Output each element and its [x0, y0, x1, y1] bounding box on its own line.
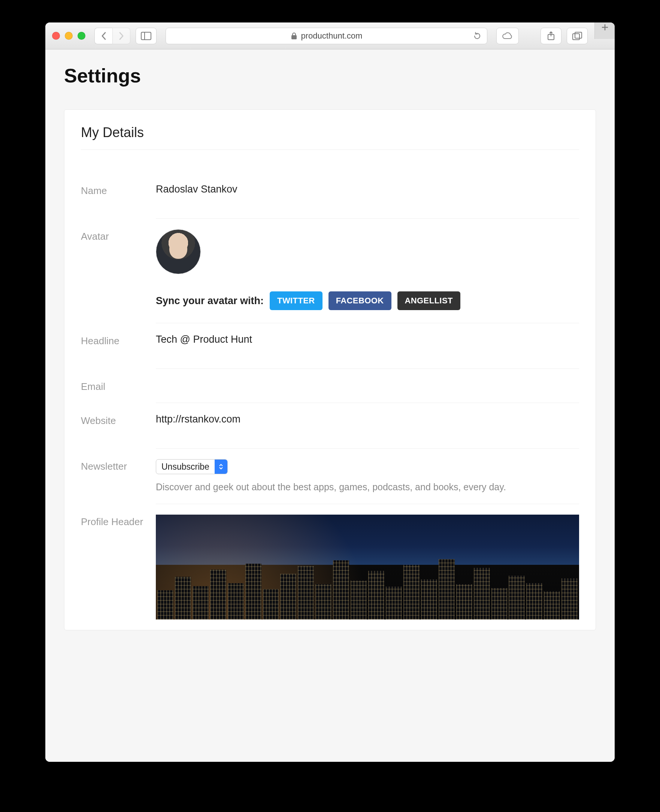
label-headline: Headline [81, 334, 156, 347]
settings-card: My Details Name Radoslav Stankov Avatar … [64, 109, 596, 630]
newsletter-select[interactable]: Unsubscribe [156, 459, 228, 474]
page-content: Settings My Details Name Radoslav Stanko… [45, 49, 615, 762]
newsletter-field: Unsubscribe Discover and geek out about … [156, 459, 579, 504]
row-headline: Headline Tech @ Product Hunt [81, 334, 579, 369]
svg-rect-5 [573, 34, 579, 40]
sync-facebook-button[interactable]: FACEBOOK [328, 292, 392, 310]
url-domain: producthunt.com [301, 31, 363, 41]
reload-icon[interactable] [473, 32, 482, 40]
label-newsletter: Newsletter [81, 459, 156, 472]
sidebar-toggle-button[interactable] [136, 28, 157, 44]
label-profile-header: Profile Header [81, 515, 156, 528]
svg-rect-6 [575, 32, 582, 38]
browser-titlebar: producthunt.com [45, 22, 615, 49]
svg-rect-0 [141, 32, 151, 40]
label-website: Website [81, 414, 156, 427]
nav-buttons-group [94, 28, 130, 44]
lock-icon [291, 32, 297, 40]
sync-line: Sync your avatar with: TWITTER FACEBOOK … [156, 292, 579, 310]
label-email: Email [81, 379, 156, 393]
traffic-lights [52, 32, 86, 40]
row-newsletter: Newsletter Unsubscribe Discover and geek… [81, 459, 579, 504]
name-field[interactable]: Radoslav Stankov [156, 184, 579, 219]
url-bar[interactable]: producthunt.com [165, 28, 487, 44]
newsletter-helper-text: Discover and geek out about the best app… [156, 482, 579, 504]
profile-header-field[interactable] [156, 515, 579, 620]
browser-window: producthunt.com Settings My Details Name… [45, 22, 615, 762]
page-title: Settings [64, 64, 596, 87]
icloud-button[interactable] [496, 28, 519, 44]
row-email: Email [81, 379, 579, 403]
row-name: Name Radoslav Stankov [81, 184, 579, 219]
section-title: My Details [81, 125, 579, 150]
skyline-graphic [156, 559, 579, 620]
row-profile-header: Profile Header [81, 515, 579, 620]
forward-button[interactable] [113, 28, 130, 44]
avatar-field: Sync your avatar with: TWITTER FACEBOOK … [156, 229, 579, 323]
back-button[interactable] [94, 28, 113, 44]
tabs-button[interactable] [567, 28, 588, 44]
headline-field[interactable]: Tech @ Product Hunt [156, 334, 579, 369]
profile-header-image [156, 515, 579, 620]
sync-angellist-button[interactable]: ANGELLIST [397, 292, 460, 310]
avatar-image[interactable] [156, 229, 201, 274]
row-avatar: Avatar Sync your avatar with: TWITTER FA… [81, 229, 579, 323]
fullscreen-window-button[interactable] [78, 32, 86, 40]
select-arrows-icon [215, 460, 227, 474]
share-button[interactable] [541, 28, 562, 44]
label-name: Name [81, 184, 156, 197]
sync-twitter-button[interactable]: TWITTER [270, 292, 322, 310]
row-website: Website http://rstankov.com [81, 414, 579, 449]
website-field[interactable]: http://rstankov.com [156, 414, 579, 449]
sync-avatar-text: Sync your avatar with: [156, 295, 264, 307]
minimize-window-button[interactable] [65, 32, 73, 40]
svg-rect-2 [292, 35, 297, 39]
email-field[interactable] [156, 379, 579, 403]
close-window-button[interactable] [52, 32, 60, 40]
newsletter-selected-value: Unsubscribe [156, 462, 215, 472]
label-avatar: Avatar [81, 229, 156, 242]
new-tab-button[interactable] [595, 22, 615, 39]
